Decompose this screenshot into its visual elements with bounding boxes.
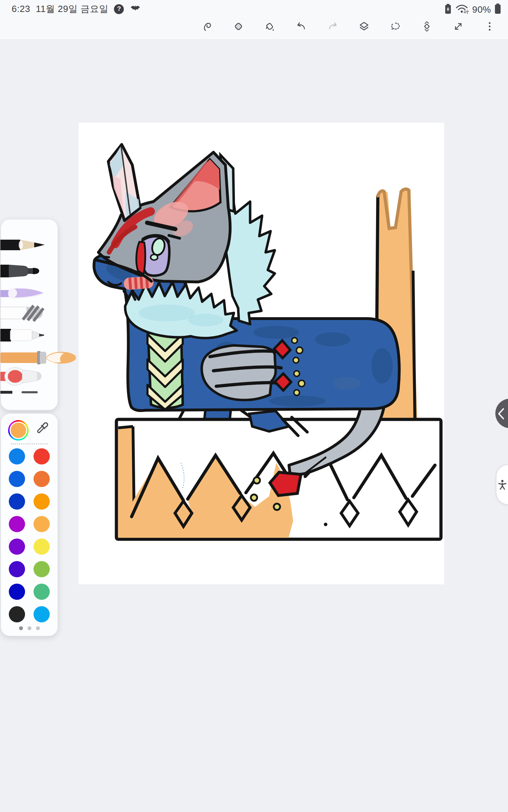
color-swatch-0309c4[interactable]	[9, 584, 25, 600]
color-swatch-ee3b2e[interactable]	[34, 448, 50, 465]
current-color	[10, 422, 27, 439]
wifi-icon	[455, 3, 469, 16]
color-swatch-8bc34a[interactable]	[34, 561, 50, 577]
eye-red-mark	[136, 242, 145, 274]
layers-icon[interactable]	[358, 20, 370, 33]
battery-icon	[494, 3, 502, 16]
dragon-wing	[202, 345, 281, 400]
swatch-grid	[9, 448, 50, 622]
color-swatch-f9b04a[interactable]	[34, 516, 50, 532]
pen-calligraphy-brush[interactable]	[0, 286, 47, 301]
lasso-select-icon[interactable]	[389, 20, 402, 33]
page-dot-1[interactable]	[19, 626, 23, 630]
eraser-tool-icon[interactable]	[232, 20, 245, 33]
crystal-horn	[108, 144, 140, 221]
color-swatch-ee7434[interactable]	[34, 471, 50, 487]
help-notification-icon: ?	[114, 4, 124, 14]
battery-percent: 90%	[472, 4, 491, 15]
pen-crayon[interactable]	[0, 305, 46, 321]
status-bar-left: 6:23 11월 29일 금요일 ?	[12, 3, 140, 15]
pen-tool-icon[interactable]	[201, 20, 213, 33]
page-dot-2[interactable]	[28, 626, 31, 630]
tail-gem	[270, 472, 301, 496]
neck-ruff	[125, 282, 237, 338]
drawing-toolbar	[201, 20, 496, 33]
palette-page-dots	[1, 626, 58, 630]
battery-saver-icon	[444, 3, 452, 16]
fullscreen-icon[interactable]	[452, 20, 465, 33]
drawing-app-screen: 6:23 11월 29일 금요일 ?	[0, 0, 508, 812]
pen-pencil[interactable]	[0, 237, 46, 253]
accessibility-shortcut-tab[interactable]	[496, 465, 508, 505]
pen-partial[interactable]	[0, 389, 43, 394]
accessibility-person-icon	[497, 479, 507, 490]
color-swatch-0637c5[interactable]	[9, 493, 25, 510]
color-swatch-a708ca[interactable]	[9, 516, 25, 532]
color-swatch-f89b05[interactable]	[34, 493, 50, 510]
color-swatch-0c60de[interactable]	[9, 471, 25, 487]
color-wheel[interactable]	[8, 420, 29, 441]
color-swatch-f7e84a[interactable]	[34, 539, 50, 555]
fill-tool-icon[interactable]	[264, 20, 276, 33]
pen-panel	[1, 219, 58, 410]
color-swatch-242424[interactable]	[9, 606, 25, 622]
pen-fineliner[interactable]	[0, 327, 46, 343]
sidebar-collapse-handle[interactable]	[495, 399, 508, 428]
drawing-canvas[interactable]	[79, 123, 444, 584]
date: 11월 29일 금요일	[36, 3, 109, 15]
bat-notification-icon	[129, 4, 140, 14]
status-bar-right: 90%	[444, 3, 502, 16]
color-swatch-7c09cf[interactable]	[9, 539, 25, 555]
undo-icon[interactable]	[295, 20, 308, 33]
color-swatch-0e80e9[interactable]	[9, 448, 25, 465]
panel-divider	[11, 443, 48, 444]
color-swatch-06a8ef[interactable]	[34, 606, 50, 622]
pen-marker[interactable]	[0, 263, 45, 279]
transform-icon[interactable]	[421, 20, 433, 33]
clock: 6:23	[12, 4, 30, 14]
chevron-left-icon	[496, 406, 506, 422]
color-swatch-4cbd83[interactable]	[34, 584, 50, 600]
color-swatch-4709cb[interactable]	[9, 561, 25, 577]
more-menu-icon[interactable]	[483, 20, 496, 33]
page-dot-3[interactable]	[36, 626, 40, 630]
pen-chalk-marker[interactable]	[0, 367, 46, 385]
pen-paintbrush[interactable]	[0, 349, 78, 366]
color-panel	[1, 413, 58, 636]
artwork-dragon-drawing	[79, 123, 444, 584]
redo-icon[interactable]	[326, 20, 339, 33]
eyedropper-icon[interactable]	[36, 421, 50, 437]
top-bar: 6:23 11월 29일 금요일 ?	[0, 0, 508, 40]
